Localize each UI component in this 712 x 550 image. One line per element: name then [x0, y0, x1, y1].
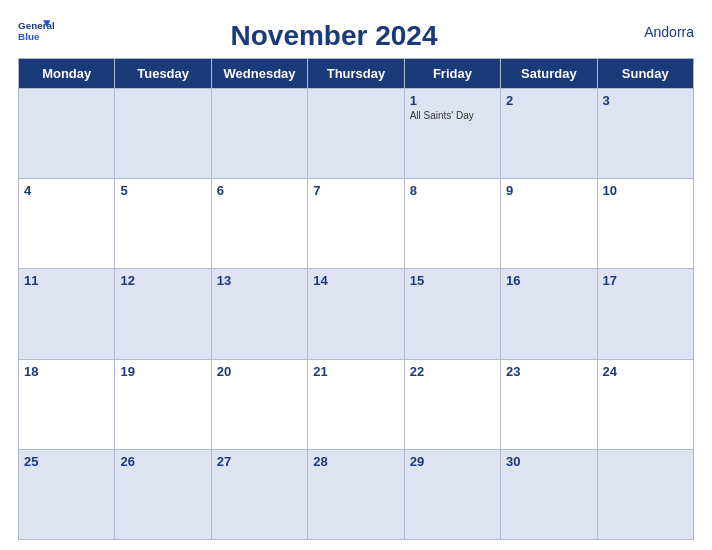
calendar-cell: 2 [501, 89, 597, 179]
day-number: 15 [410, 273, 495, 288]
calendar-cell [115, 89, 211, 179]
calendar-week-row: 11121314151617 [19, 269, 694, 359]
calendar-cell: 10 [597, 179, 693, 269]
day-number: 30 [506, 454, 591, 469]
calendar-cell: 15 [404, 269, 500, 359]
calendar-week-row: 45678910 [19, 179, 694, 269]
calendar-table: Monday Tuesday Wednesday Thursday Friday… [18, 58, 694, 540]
calendar-cell: 24 [597, 359, 693, 449]
day-number: 4 [24, 183, 109, 198]
day-number: 9 [506, 183, 591, 198]
col-saturday: Saturday [501, 59, 597, 89]
col-friday: Friday [404, 59, 500, 89]
calendar-cell: 26 [115, 449, 211, 539]
svg-text:Blue: Blue [18, 31, 40, 42]
day-number: 13 [217, 273, 302, 288]
calendar-cell: 30 [501, 449, 597, 539]
day-number: 21 [313, 364, 398, 379]
col-tuesday: Tuesday [115, 59, 211, 89]
col-sunday: Sunday [597, 59, 693, 89]
calendar-cell: 4 [19, 179, 115, 269]
calendar-cell: 3 [597, 89, 693, 179]
day-number: 7 [313, 183, 398, 198]
col-wednesday: Wednesday [211, 59, 307, 89]
calendar-cell: 14 [308, 269, 404, 359]
day-number: 1 [410, 93, 495, 108]
day-number: 8 [410, 183, 495, 198]
calendar-cell: 5 [115, 179, 211, 269]
day-number: 22 [410, 364, 495, 379]
day-number: 12 [120, 273, 205, 288]
day-number: 20 [217, 364, 302, 379]
calendar-cell [597, 449, 693, 539]
calendar-cell: 23 [501, 359, 597, 449]
calendar-cell [308, 89, 404, 179]
calendar-cell: 6 [211, 179, 307, 269]
day-number: 18 [24, 364, 109, 379]
col-thursday: Thursday [308, 59, 404, 89]
header-row: Monday Tuesday Wednesday Thursday Friday… [19, 59, 694, 89]
logo-icon: General Blue [18, 18, 54, 44]
col-monday: Monday [19, 59, 115, 89]
day-number: 24 [603, 364, 688, 379]
calendar-cell: 17 [597, 269, 693, 359]
day-number: 16 [506, 273, 591, 288]
day-number: 14 [313, 273, 398, 288]
day-number: 29 [410, 454, 495, 469]
page-title: November 2024 [54, 20, 614, 52]
day-number: 25 [24, 454, 109, 469]
day-number: 10 [603, 183, 688, 198]
calendar-cell [19, 89, 115, 179]
day-number: 3 [603, 93, 688, 108]
day-number: 6 [217, 183, 302, 198]
calendar-cell: 27 [211, 449, 307, 539]
logo-area: General Blue [18, 18, 54, 44]
country-label: Andorra [614, 24, 694, 40]
calendar-cell: 8 [404, 179, 500, 269]
calendar-cell: 12 [115, 269, 211, 359]
calendar-cell: 22 [404, 359, 500, 449]
page-header: General Blue November 2024 Andorra [18, 18, 694, 52]
day-number: 26 [120, 454, 205, 469]
calendar-page: General Blue November 2024 Andorra Monda… [0, 0, 712, 550]
calendar-cell [211, 89, 307, 179]
calendar-cell: 19 [115, 359, 211, 449]
calendar-cell: 1All Saints' Day [404, 89, 500, 179]
calendar-cell: 9 [501, 179, 597, 269]
calendar-cell: 21 [308, 359, 404, 449]
day-number: 19 [120, 364, 205, 379]
day-number: 11 [24, 273, 109, 288]
day-number: 27 [217, 454, 302, 469]
day-number: 23 [506, 364, 591, 379]
calendar-cell: 20 [211, 359, 307, 449]
calendar-cell: 7 [308, 179, 404, 269]
day-number: 5 [120, 183, 205, 198]
calendar-cell: 16 [501, 269, 597, 359]
calendar-cell: 11 [19, 269, 115, 359]
day-number: 28 [313, 454, 398, 469]
calendar-week-row: 1All Saints' Day23 [19, 89, 694, 179]
calendar-event: All Saints' Day [410, 110, 495, 121]
day-number: 17 [603, 273, 688, 288]
calendar-week-row: 252627282930 [19, 449, 694, 539]
calendar-cell: 28 [308, 449, 404, 539]
calendar-cell: 18 [19, 359, 115, 449]
day-number: 2 [506, 93, 591, 108]
calendar-cell: 25 [19, 449, 115, 539]
calendar-cell: 29 [404, 449, 500, 539]
calendar-week-row: 18192021222324 [19, 359, 694, 449]
calendar-cell: 13 [211, 269, 307, 359]
